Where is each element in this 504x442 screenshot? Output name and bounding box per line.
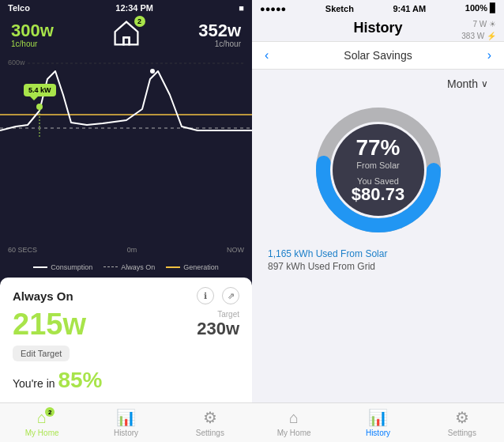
tab-settings-left[interactable]: ⚙ Settings	[168, 403, 252, 442]
history-tab-icon-left: 📊	[116, 408, 136, 427]
solar-savings-title: Solar Savings	[269, 49, 487, 62]
info-icon[interactable]: ℹ	[197, 287, 214, 304]
chart-label-end: NOW	[227, 246, 244, 254]
youre-in-text: You're in 85%	[13, 368, 239, 393]
tab-history-right[interactable]: 📊 History	[336, 403, 419, 442]
svg-rect-1	[123, 37, 129, 44]
donut-chart-container: 77% From Solar You Saved $80.73	[252, 95, 504, 242]
settings-tab-label-left: Settings	[196, 429, 224, 437]
youre-in-pct: 85%	[58, 368, 102, 392]
donut-wrapper: 77% From Solar You Saved $80.73	[311, 103, 446, 237]
time-right: 9:41 AM	[393, 4, 426, 13]
chart-area: 600w 5.4 kW 60 SECS 0m NOW Consu	[0, 55, 252, 276]
power-value-right: 352w	[198, 22, 241, 40]
power-value-left: 300w	[11, 22, 54, 40]
always-on-title: Always On	[13, 289, 73, 303]
nav-title-right: History	[261, 20, 495, 36]
spacer-right	[252, 280, 504, 402]
top-bar-left: 300w 1c/hour 2 352w 1c/hour	[0, 16, 252, 55]
stat-grid-kwh: 897 kWh Used From Grid	[268, 261, 488, 272]
legend-always-on: Always On	[103, 263, 155, 271]
month-chevron-icon: ∨	[481, 78, 488, 89]
power-right: 352w 1c/hour	[198, 22, 241, 48]
settings-tab-icon-left: ⚙	[203, 408, 217, 427]
live-solar: 7 W ☀	[461, 18, 496, 30]
edit-target-button[interactable]: Edit Target	[13, 346, 70, 361]
legend-generation: Generation	[166, 263, 219, 271]
solar-savings-bar: ‹ Solar Savings ›	[252, 41, 504, 70]
chart-label-start: 60 SECS	[8, 246, 37, 254]
tab-settings-right[interactable]: ⚙ Settings	[420, 403, 504, 442]
target-value: 230w	[197, 319, 239, 339]
history-tab-icon-right: 📊	[368, 408, 388, 427]
donut-saved-value: $80.73	[352, 186, 404, 203]
legend-line-consumption	[33, 266, 47, 268]
power-sub-right: 1c/hour	[215, 40, 241, 48]
tab-bar-left: 2 ⌂ My Home 📊 History ⚙ Settings	[0, 402, 252, 442]
home-tab-icon-right: ⌂	[289, 409, 299, 427]
tab-history-left[interactable]: 📊 History	[84, 403, 167, 442]
svg-text:600w: 600w	[8, 59, 25, 66]
home-badge-wrapper: 2	[112, 19, 141, 51]
always-on-value: 215w	[13, 309, 86, 339]
svg-marker-0	[115, 22, 137, 45]
carrier-right: Sketch	[325, 4, 354, 13]
power-left: 300w 1c/hour	[11, 22, 54, 48]
energy-chart: 600w	[0, 55, 252, 158]
history-tab-label-left: History	[114, 429, 138, 437]
chart-legend: Consumption Always On Generation	[0, 263, 252, 271]
stat-solar-kwh: 1,165 kWh Used From Solar	[268, 248, 488, 259]
live-grid: 383 W ⚡	[461, 30, 496, 42]
right-phone: ●●●●● Sketch 9:41 AM 100% ▊ History 7 W …	[252, 0, 504, 442]
history-tab-label-right: History	[366, 429, 390, 437]
status-dots: ●●●●●	[260, 4, 286, 13]
legend-line-always-on	[103, 266, 118, 268]
donut-center-text: 77% From Solar You Saved $80.73	[352, 137, 404, 203]
chart-tooltip: 5.4 kW	[24, 84, 56, 96]
share-icon[interactable]: ⇗	[222, 287, 239, 304]
left-phone: Telco 12:34 PM ■ 300w 1c/hour 2 352w 1c/…	[0, 0, 252, 442]
tab-bar-right: ⌂ My Home 📊 History ⚙ Settings	[252, 402, 504, 442]
power-sub-left: 1c/hour	[11, 40, 54, 48]
home-tab-label-right: My Home	[277, 429, 311, 437]
always-on-card: Always On ℹ ⇗ 215w Target 230w Edit Targ…	[0, 278, 252, 402]
home-tab-label: My Home	[25, 429, 59, 437]
battery-left: ■	[239, 3, 244, 13]
target-label: Target	[197, 310, 239, 319]
time-left: 12:34 PM	[115, 3, 153, 13]
tab-badge-home: 2	[45, 407, 55, 417]
always-on-icons: ℹ ⇗	[197, 287, 239, 304]
svg-point-6	[150, 69, 155, 74]
settings-tab-icon-right: ⚙	[455, 408, 469, 427]
legend-consumption: Consumption	[33, 263, 92, 271]
solar-next-arrow[interactable]: ›	[487, 48, 491, 62]
settings-tab-label-right: Settings	[448, 429, 476, 437]
svg-point-8	[36, 104, 43, 110]
donut-percent: 77%	[352, 137, 404, 159]
stats-area: 1,165 kWh Used From Solar 897 kWh Used F…	[252, 242, 504, 280]
month-label: Month	[447, 77, 478, 90]
live-stats: 7 W ☀ 383 W ⚡	[461, 18, 496, 42]
home-badge: 2	[134, 16, 145, 27]
target-block: Target 230w	[197, 310, 239, 339]
tab-my-home-left[interactable]: 2 ⌂ My Home	[0, 403, 84, 442]
legend-line-generation	[166, 266, 180, 268]
status-bar-right: ●●●●● Sketch 9:41 AM 100% ▊	[252, 0, 504, 17]
chart-label-mid: 0m	[127, 246, 137, 254]
carrier-left: Telco	[8, 3, 30, 13]
battery-right: 100% ▊	[465, 3, 496, 13]
status-bar-left: Telco 12:34 PM ■	[0, 0, 252, 16]
donut-from-label: From Solar	[352, 161, 404, 170]
always-on-header: Always On ℹ ⇗	[13, 287, 239, 304]
tab-my-home-right[interactable]: ⌂ My Home	[252, 403, 336, 442]
month-filter[interactable]: Month ∨	[252, 70, 504, 95]
nav-bar-right: History 7 W ☀ 383 W ⚡	[252, 17, 504, 41]
home-icon-center[interactable]: 2	[112, 19, 141, 51]
chart-labels: 60 SECS 0m NOW	[0, 246, 252, 254]
always-on-body: 215w Target 230w	[13, 309, 239, 339]
